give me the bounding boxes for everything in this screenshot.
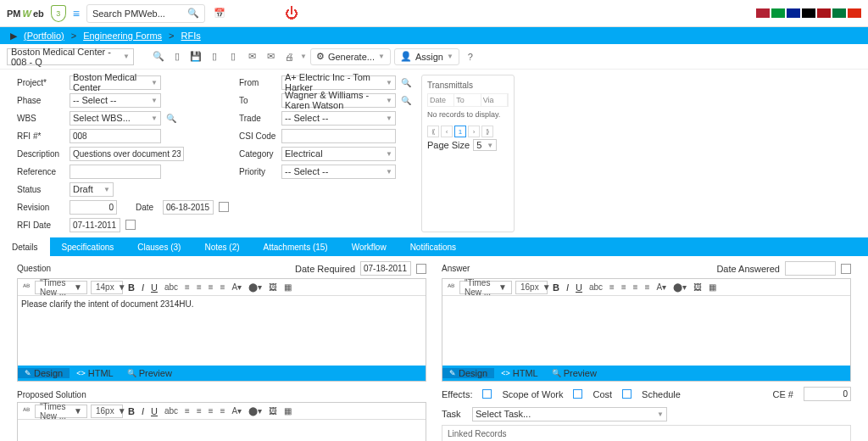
transmittals-title: Transmittals <box>427 81 509 90</box>
from-search-icon[interactable]: 🔍 <box>401 78 411 87</box>
print-icon[interactable]: 🖨 <box>281 49 297 64</box>
logo-pm: PM <box>7 8 21 19</box>
search-placeholder: Search PMWeb... <box>92 8 165 19</box>
generate-button[interactable]: ⚙Generate...▼ <box>310 48 391 65</box>
project-field[interactable]: Boston Medical Center▼ <box>70 75 161 90</box>
calendar-btn[interactable]: 📅 <box>212 6 227 21</box>
reply-icon[interactable]: ✉ <box>263 49 278 64</box>
tab-notifications[interactable]: Notifications <box>398 237 468 256</box>
tab-notes[interactable]: Notes (2) <box>192 237 251 256</box>
pager[interactable]: ⟪‹1›⟫ <box>427 126 509 137</box>
tab-attachments[interactable]: Attachments (15) <box>252 237 340 256</box>
rev-field[interactable] <box>70 200 117 215</box>
cb-schedule[interactable] <box>622 389 632 399</box>
lbl-ref: Reference <box>17 167 64 176</box>
bc-rfis[interactable]: RFIs <box>181 31 201 41</box>
flag-de[interactable] <box>802 8 815 18</box>
answer-body[interactable] <box>442 296 850 366</box>
global-search[interactable]: Search PMWeb...🔍 <box>86 4 205 23</box>
tablet-icon[interactable]: ▯ <box>170 49 185 64</box>
copy-icon[interactable]: ▯ <box>225 49 241 64</box>
tab-workflow[interactable]: Workflow <box>340 237 398 256</box>
html-mode[interactable]: <> HTML <box>70 368 120 378</box>
language-flags[interactable] <box>756 8 861 18</box>
flag-es[interactable] <box>817 8 831 18</box>
cb-cost[interactable] <box>573 389 582 399</box>
proposed-body[interactable] <box>18 420 426 441</box>
cb-sow[interactable] <box>482 389 492 399</box>
preview-mode[interactable]: 🔍 Preview <box>120 368 179 378</box>
spellcheck-icon[interactable]: ᴬᴮ <box>21 406 31 416</box>
shield-badge[interactable]: 3 <box>51 5 66 22</box>
tab-details[interactable]: Details <box>0 237 50 256</box>
date-field[interactable] <box>163 200 214 215</box>
proposed-editor[interactable]: ᴬᴮ"Times New ...▼16px▼BIUabc≡≡≡≡A▾⬤▾🖼▦ ✎… <box>17 402 426 441</box>
task-select[interactable]: Select Task...▼ <box>472 407 667 421</box>
flag-sa[interactable] <box>832 8 846 18</box>
date-answered[interactable] <box>785 261 836 276</box>
trade-field[interactable]: -- Select --▼ <box>281 111 396 126</box>
rfidate-field[interactable] <box>70 218 120 232</box>
lbl-to: To <box>239 96 276 105</box>
lbl-task: Task <box>442 409 467 419</box>
spellcheck-icon[interactable]: ᴬᴮ <box>21 282 31 292</box>
question-editor[interactable]: ᴬᴮ"Times New ...▼14px▼BIUabc≡≡≡≡A▾⬤▾🖼▦ P… <box>17 278 426 382</box>
tab-specifications[interactable]: Specifications <box>50 237 126 256</box>
flag-cn[interactable] <box>848 8 861 18</box>
design-mode[interactable]: ✎ Design <box>18 368 70 378</box>
tab-clauses[interactable]: Clauses (3) <box>125 237 192 256</box>
spellcheck-icon[interactable]: ᴬᴮ <box>446 282 456 292</box>
wbs-field[interactable]: Select WBS...▼ <box>70 111 161 126</box>
detail-tabs: Details Specifications Clauses (3) Notes… <box>0 237 868 256</box>
to-search-icon[interactable]: 🔍 <box>401 96 411 105</box>
flag-br[interactable] <box>771 8 785 18</box>
csi-field[interactable] <box>281 129 396 143</box>
search-icon[interactable]: 🔍 <box>151 49 166 64</box>
wbs-search-icon[interactable]: 🔍 <box>166 114 176 123</box>
save-alt-icon[interactable]: ▯ <box>207 49 222 64</box>
project-selector[interactable]: Boston Medical Center - 008 - Q▼ <box>7 48 134 65</box>
calendar-icon[interactable] <box>125 220 136 230</box>
transmittals-panel: Transmittals DateToVia No records to dis… <box>421 75 515 232</box>
ce-number[interactable] <box>804 387 851 401</box>
ref-field[interactable] <box>70 165 161 179</box>
calendar-icon[interactable] <box>219 202 229 212</box>
person-icon: 👤 <box>400 51 412 62</box>
from-field[interactable]: A+ Electric Inc - Tom Harker▼ <box>281 75 396 90</box>
date-required[interactable] <box>360 261 411 276</box>
to-field[interactable]: Wagner & Williams - Karen Watson▼ <box>281 93 396 108</box>
bc-portfolio[interactable]: (Portfolio) <box>24 31 64 41</box>
cat-field[interactable]: Electrical▼ <box>281 147 396 161</box>
question-body[interactable]: Please clarify the intent of document 23… <box>18 296 426 366</box>
calendar-icon[interactable] <box>416 264 426 274</box>
lbl-desc: Description <box>17 149 64 159</box>
answer-title: Answer <box>442 264 470 273</box>
desc-field[interactable] <box>70 147 184 161</box>
question-title: Question <box>17 264 51 273</box>
help-icon[interactable]: ? <box>463 49 478 64</box>
flag-fr[interactable] <box>787 8 800 18</box>
logo-w: W <box>23 8 31 19</box>
calendar-icon[interactable] <box>841 264 851 274</box>
form-area: Project*Boston Medical Center▼ Phase-- S… <box>0 70 868 234</box>
size-select[interactable]: 14px▼ <box>91 281 123 294</box>
save-icon[interactable]: 💾 <box>188 49 203 64</box>
flag-us[interactable] <box>756 8 770 18</box>
breadcrumb: ▶ (Portfolio) > Engineering Forms > RFIs <box>0 27 868 44</box>
gear-icon: ⚙ <box>316 51 325 62</box>
hamburger-icon[interactable]: ≡ <box>73 7 80 20</box>
lbl-rfi: RFI #* <box>17 131 64 141</box>
bc-engineering[interactable]: Engineering Forms <box>83 31 162 41</box>
answer-editor[interactable]: ᴬᴮ"Times New ...▼16px▼BIUabc≡≡≡≡A▾⬤▾🖼▦ ✎… <box>442 278 851 382</box>
record-toolbar: Boston Medical Center - 008 - Q▼ 🔍 ▯ 💾 ▯… <box>0 44 868 70</box>
power-icon[interactable]: ⏻ <box>285 6 298 21</box>
pri-field[interactable]: -- Select --▼ <box>281 165 396 179</box>
email-icon[interactable]: ✉ <box>244 49 259 64</box>
phase-field[interactable]: -- Select --▼ <box>70 93 161 108</box>
status-field[interactable]: Draft▼ <box>70 182 114 197</box>
font-select[interactable]: "Times New ...▼ <box>35 281 87 294</box>
rfi-field[interactable] <box>70 129 161 143</box>
effects-row: Effects: Scope of Work Cost Schedule CE … <box>442 387 851 401</box>
assign-button[interactable]: 👤Assign▼ <box>394 48 459 65</box>
lbl-wbs: WBS <box>17 114 64 123</box>
